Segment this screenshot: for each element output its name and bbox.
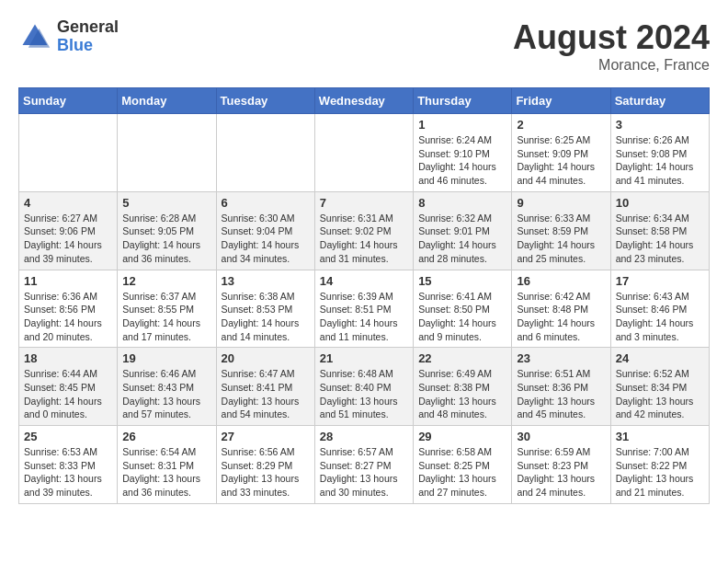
- day-info: Sunrise: 6:32 AM Sunset: 9:01 PM Dayligh…: [418, 212, 506, 266]
- day-info: Sunrise: 6:57 AM Sunset: 8:27 PM Dayligh…: [320, 445, 408, 500]
- day-number: 26: [122, 430, 210, 443]
- day-number: 20: [222, 351, 310, 365]
- day-header-saturday: Saturday: [610, 88, 709, 114]
- location: Morance, France: [513, 57, 710, 74]
- day-number: 19: [122, 351, 210, 365]
- logo-text: General Blue: [57, 18, 119, 55]
- day-header-friday: Friday: [512, 88, 610, 114]
- day-number: 22: [418, 351, 506, 365]
- day-cell: 26Sunrise: 6:54 AM Sunset: 8:31 PM Dayli…: [118, 426, 216, 504]
- day-info: Sunrise: 6:37 AM Sunset: 8:55 PM Dayligh…: [122, 290, 210, 344]
- day-number: 8: [418, 196, 506, 210]
- day-info: Sunrise: 6:42 AM Sunset: 8:48 PM Dayligh…: [517, 290, 605, 344]
- day-number: 16: [517, 274, 605, 288]
- day-cell: 12Sunrise: 6:37 AM Sunset: 8:55 PM Dayli…: [118, 270, 216, 348]
- logo-general: General: [57, 18, 119, 37]
- day-header-wednesday: Wednesday: [314, 88, 413, 114]
- day-info: Sunrise: 6:59 AM Sunset: 8:23 PM Dayligh…: [517, 445, 605, 500]
- day-number: 15: [418, 274, 506, 288]
- day-number: 6: [222, 196, 310, 210]
- day-header-sunday: Sunday: [19, 88, 118, 114]
- day-cell: 21Sunrise: 6:48 AM Sunset: 8:40 PM Dayli…: [314, 348, 413, 426]
- logo-icon: [18, 20, 51, 53]
- day-info: Sunrise: 6:48 AM Sunset: 8:40 PM Dayligh…: [320, 367, 408, 421]
- day-number: 12: [122, 274, 210, 288]
- day-cell: [216, 114, 314, 192]
- day-number: 13: [222, 274, 310, 288]
- day-number: 18: [24, 351, 112, 365]
- day-info: Sunrise: 6:25 AM Sunset: 9:09 PM Dayligh…: [517, 133, 605, 188]
- day-cell: 7Sunrise: 6:31 AM Sunset: 9:02 PM Daylig…: [314, 191, 413, 270]
- day-cell: 19Sunrise: 6:46 AM Sunset: 8:43 PM Dayli…: [118, 348, 216, 426]
- day-info: Sunrise: 6:27 AM Sunset: 9:06 PM Dayligh…: [24, 212, 112, 266]
- day-number: 30: [517, 430, 605, 443]
- day-info: Sunrise: 6:52 AM Sunset: 8:34 PM Dayligh…: [616, 367, 704, 421]
- day-cell: 22Sunrise: 6:49 AM Sunset: 8:38 PM Dayli…: [414, 348, 512, 426]
- day-info: Sunrise: 6:56 AM Sunset: 8:29 PM Dayligh…: [222, 445, 310, 500]
- day-cell: 28Sunrise: 6:57 AM Sunset: 8:27 PM Dayli…: [314, 426, 413, 504]
- week-row-4: 18Sunrise: 6:44 AM Sunset: 8:45 PM Dayli…: [19, 348, 710, 426]
- logo-blue: Blue: [57, 37, 119, 55]
- week-row-3: 11Sunrise: 6:36 AM Sunset: 8:56 PM Dayli…: [19, 270, 710, 348]
- day-number: 23: [517, 351, 605, 365]
- day-number: 10: [616, 196, 704, 210]
- day-info: Sunrise: 6:28 AM Sunset: 9:05 PM Dayligh…: [122, 212, 210, 266]
- day-cell: 10Sunrise: 6:34 AM Sunset: 8:58 PM Dayli…: [610, 191, 709, 270]
- day-header-monday: Monday: [118, 88, 216, 114]
- page-header: General Blue August 2024 Morance, France: [18, 18, 710, 74]
- day-cell: [118, 114, 216, 192]
- day-info: Sunrise: 6:30 AM Sunset: 9:04 PM Dayligh…: [222, 212, 310, 266]
- day-cell: 3Sunrise: 6:26 AM Sunset: 9:08 PM Daylig…: [610, 114, 709, 192]
- day-info: Sunrise: 6:47 AM Sunset: 8:41 PM Dayligh…: [222, 367, 310, 421]
- day-info: Sunrise: 6:36 AM Sunset: 8:56 PM Dayligh…: [24, 290, 112, 344]
- day-info: Sunrise: 6:26 AM Sunset: 9:08 PM Dayligh…: [616, 133, 704, 188]
- day-info: Sunrise: 6:33 AM Sunset: 8:59 PM Dayligh…: [517, 212, 605, 266]
- day-cell: 18Sunrise: 6:44 AM Sunset: 8:45 PM Dayli…: [19, 348, 118, 426]
- day-cell: 4Sunrise: 6:27 AM Sunset: 9:06 PM Daylig…: [19, 191, 118, 270]
- day-cell: [314, 114, 413, 192]
- day-info: Sunrise: 6:53 AM Sunset: 8:33 PM Dayligh…: [24, 445, 112, 500]
- day-cell: 29Sunrise: 6:58 AM Sunset: 8:25 PM Dayli…: [414, 426, 512, 504]
- day-info: Sunrise: 6:43 AM Sunset: 8:46 PM Dayligh…: [616, 290, 704, 344]
- day-cell: 5Sunrise: 6:28 AM Sunset: 9:05 PM Daylig…: [118, 191, 216, 270]
- day-number: 11: [24, 274, 112, 288]
- day-cell: 14Sunrise: 6:39 AM Sunset: 8:51 PM Dayli…: [314, 270, 413, 348]
- day-number: 14: [320, 274, 408, 288]
- day-cell: 31Sunrise: 7:00 AM Sunset: 8:22 PM Dayli…: [610, 426, 709, 504]
- day-info: Sunrise: 6:58 AM Sunset: 8:25 PM Dayligh…: [418, 445, 506, 500]
- day-number: 21: [320, 351, 408, 365]
- day-number: 24: [616, 351, 704, 365]
- day-info: Sunrise: 6:24 AM Sunset: 9:10 PM Dayligh…: [418, 133, 506, 188]
- day-info: Sunrise: 6:49 AM Sunset: 8:38 PM Dayligh…: [418, 367, 506, 421]
- day-cell: 6Sunrise: 6:30 AM Sunset: 9:04 PM Daylig…: [216, 191, 314, 270]
- day-cell: 11Sunrise: 6:36 AM Sunset: 8:56 PM Dayli…: [19, 270, 118, 348]
- day-cell: 16Sunrise: 6:42 AM Sunset: 8:48 PM Dayli…: [512, 270, 610, 348]
- day-number: 3: [616, 118, 704, 132]
- day-cell: 27Sunrise: 6:56 AM Sunset: 8:29 PM Dayli…: [216, 426, 314, 504]
- day-cell: 13Sunrise: 6:38 AM Sunset: 8:53 PM Dayli…: [216, 270, 314, 348]
- day-cell: 9Sunrise: 6:33 AM Sunset: 8:59 PM Daylig…: [512, 191, 610, 270]
- calendar-table: SundayMondayTuesdayWednesdayThursdayFrid…: [18, 87, 710, 504]
- day-info: Sunrise: 7:00 AM Sunset: 8:22 PM Dayligh…: [616, 445, 704, 500]
- day-cell: 15Sunrise: 6:41 AM Sunset: 8:50 PM Dayli…: [414, 270, 512, 348]
- day-number: 31: [616, 430, 704, 443]
- day-number: 28: [320, 430, 408, 443]
- month-year: August 2024: [513, 18, 710, 57]
- day-number: 9: [517, 196, 605, 210]
- day-cell: 25Sunrise: 6:53 AM Sunset: 8:33 PM Dayli…: [19, 426, 118, 504]
- day-number: 1: [418, 118, 506, 132]
- week-row-2: 4Sunrise: 6:27 AM Sunset: 9:06 PM Daylig…: [19, 191, 710, 270]
- day-number: 7: [320, 196, 408, 210]
- day-info: Sunrise: 6:54 AM Sunset: 8:31 PM Dayligh…: [122, 445, 210, 500]
- day-info: Sunrise: 6:34 AM Sunset: 8:58 PM Dayligh…: [616, 212, 704, 266]
- day-header-row: SundayMondayTuesdayWednesdayThursdayFrid…: [19, 88, 710, 114]
- day-cell: 24Sunrise: 6:52 AM Sunset: 8:34 PM Dayli…: [610, 348, 709, 426]
- day-info: Sunrise: 6:41 AM Sunset: 8:50 PM Dayligh…: [418, 290, 506, 344]
- week-row-5: 25Sunrise: 6:53 AM Sunset: 8:33 PM Dayli…: [19, 426, 710, 504]
- day-number: 5: [122, 196, 210, 210]
- day-info: Sunrise: 6:44 AM Sunset: 8:45 PM Dayligh…: [24, 367, 112, 421]
- day-number: 25: [24, 430, 112, 443]
- day-cell: 1Sunrise: 6:24 AM Sunset: 9:10 PM Daylig…: [414, 114, 512, 192]
- day-cell: 2Sunrise: 6:25 AM Sunset: 9:09 PM Daylig…: [512, 114, 610, 192]
- day-cell: 23Sunrise: 6:51 AM Sunset: 8:36 PM Dayli…: [512, 348, 610, 426]
